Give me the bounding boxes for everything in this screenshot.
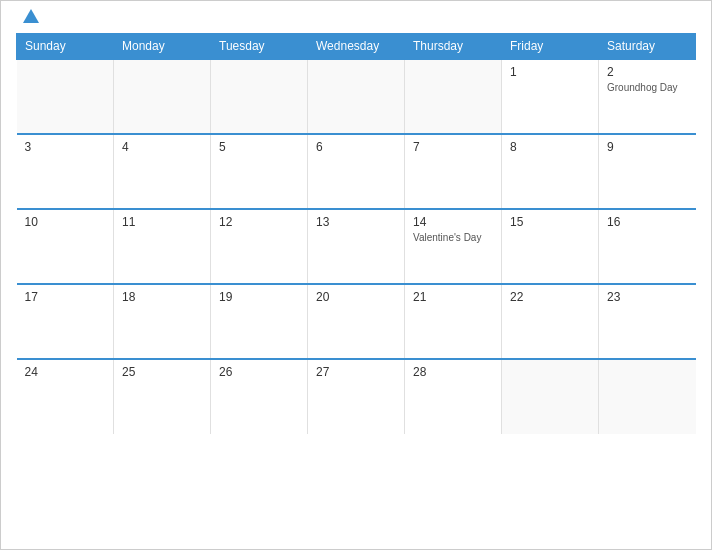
week-row-0: 12Groundhog Day	[17, 59, 696, 134]
day-number: 16	[607, 215, 688, 229]
day-cell: 5	[211, 134, 308, 209]
day-cell: 18	[114, 284, 211, 359]
week-row-3: 17181920212223	[17, 284, 696, 359]
day-cell: 27	[308, 359, 405, 434]
day-number: 9	[607, 140, 688, 154]
day-number: 1	[510, 65, 590, 79]
day-cell: 21	[405, 284, 502, 359]
day-cell: 23	[599, 284, 696, 359]
day-cell: 24	[17, 359, 114, 434]
logo	[21, 11, 39, 25]
day-cell: 14Valentine's Day	[405, 209, 502, 284]
day-number: 25	[122, 365, 202, 379]
day-header-saturday: Saturday	[599, 34, 696, 60]
day-cell: 12	[211, 209, 308, 284]
day-cell	[405, 59, 502, 134]
day-number: 13	[316, 215, 396, 229]
day-header-friday: Friday	[502, 34, 599, 60]
day-cell: 11	[114, 209, 211, 284]
day-number: 8	[510, 140, 590, 154]
day-number: 14	[413, 215, 493, 229]
day-cell	[17, 59, 114, 134]
day-cell	[599, 359, 696, 434]
day-cell	[211, 59, 308, 134]
week-row-4: 2425262728	[17, 359, 696, 434]
day-number: 24	[25, 365, 106, 379]
day-header-wednesday: Wednesday	[308, 34, 405, 60]
day-cell: 3	[17, 134, 114, 209]
day-number: 6	[316, 140, 396, 154]
day-number: 27	[316, 365, 396, 379]
day-cell: 17	[17, 284, 114, 359]
day-cell: 13	[308, 209, 405, 284]
day-cell: 20	[308, 284, 405, 359]
day-cell: 6	[308, 134, 405, 209]
day-number: 10	[25, 215, 106, 229]
day-number: 15	[510, 215, 590, 229]
day-header-monday: Monday	[114, 34, 211, 60]
day-cell: 25	[114, 359, 211, 434]
day-cell: 1	[502, 59, 599, 134]
week-row-2: 1011121314Valentine's Day1516	[17, 209, 696, 284]
day-number: 21	[413, 290, 493, 304]
day-number: 18	[122, 290, 202, 304]
week-row-1: 3456789	[17, 134, 696, 209]
day-number: 3	[25, 140, 106, 154]
calendar-container: SundayMondayTuesdayWednesdayThursdayFrid…	[0, 0, 712, 550]
day-number: 23	[607, 290, 688, 304]
day-cell: 7	[405, 134, 502, 209]
day-cell	[502, 359, 599, 434]
day-number: 28	[413, 365, 493, 379]
day-number: 7	[413, 140, 493, 154]
day-cell: 19	[211, 284, 308, 359]
day-number: 26	[219, 365, 299, 379]
day-cell: 10	[17, 209, 114, 284]
day-cell: 16	[599, 209, 696, 284]
day-cell	[308, 59, 405, 134]
day-cell: 28	[405, 359, 502, 434]
day-number: 17	[25, 290, 106, 304]
logo-triangle-icon	[23, 9, 39, 23]
day-cell: 8	[502, 134, 599, 209]
day-cell: 26	[211, 359, 308, 434]
day-cell: 9	[599, 134, 696, 209]
calendar-header	[16, 11, 696, 25]
day-number: 12	[219, 215, 299, 229]
day-number: 11	[122, 215, 202, 229]
day-number: 5	[219, 140, 299, 154]
day-number: 2	[607, 65, 688, 79]
day-number: 20	[316, 290, 396, 304]
calendar-table: SundayMondayTuesdayWednesdayThursdayFrid…	[16, 33, 696, 434]
event-label: Groundhog Day	[607, 82, 688, 93]
day-number: 22	[510, 290, 590, 304]
day-header-sunday: Sunday	[17, 34, 114, 60]
day-header-tuesday: Tuesday	[211, 34, 308, 60]
day-cell: 15	[502, 209, 599, 284]
day-header-thursday: Thursday	[405, 34, 502, 60]
day-number: 19	[219, 290, 299, 304]
day-cell: 22	[502, 284, 599, 359]
day-number: 4	[122, 140, 202, 154]
day-cell	[114, 59, 211, 134]
day-cell: 2Groundhog Day	[599, 59, 696, 134]
day-header-row: SundayMondayTuesdayWednesdayThursdayFrid…	[17, 34, 696, 60]
day-cell: 4	[114, 134, 211, 209]
event-label: Valentine's Day	[413, 232, 493, 243]
